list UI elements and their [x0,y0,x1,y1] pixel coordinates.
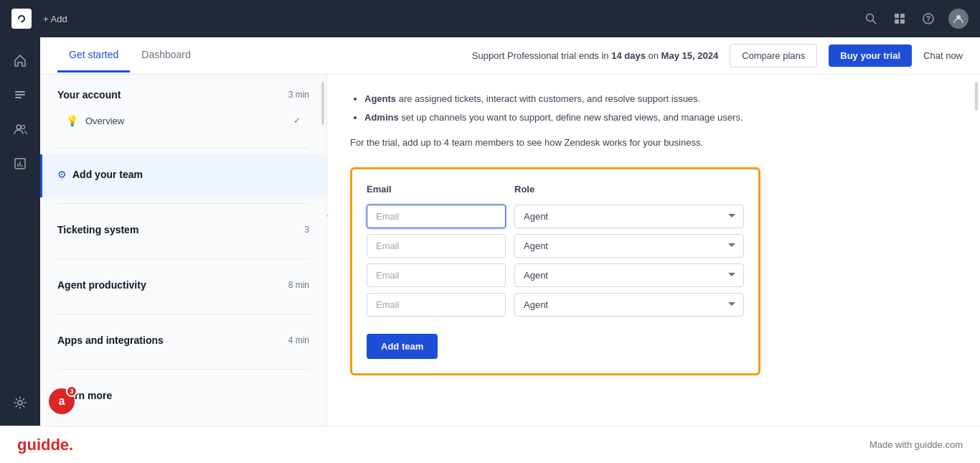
guidde-logo: guidde. [17,436,73,454]
sidebar-item-users[interactable] [6,115,34,144]
add-team-gear-icon: ⚙ [57,169,67,180]
role-label: Role [514,184,744,195]
nav-item-overview[interactable]: 💡 Overview ✓ [57,109,309,132]
guidde-made-text: Made with guidde.com [870,439,963,450]
buy-trial-button[interactable]: Buy your trial [829,45,912,67]
section-title-ticketing: Ticketing system [57,224,138,235]
nav-item-label-overview: Overview [85,116,286,126]
scroll-thumb [321,82,324,125]
chat-now-button[interactable]: Chat now [923,50,963,61]
email-label: Email [367,184,506,195]
nav-divider-2 [57,203,309,204]
email-input-4[interactable] [367,293,506,317]
svg-marker-20 [327,207,329,221]
form-row-2: Agent Admin [367,234,744,258]
add-team-form: Email Role Agent Admin [350,167,760,375]
left-panel: Your account 3 min 💡 Overview ✓ ⚙ [40,75,327,426]
role-select-3[interactable]: Agent Admin [514,263,744,287]
grid-icon[interactable] [891,10,908,27]
nav-section-add-team: ⚙ Add your team [40,154,326,197]
form-header-row: Email Role [367,184,744,199]
svg-rect-11 [15,94,25,95]
sidebar-item-settings[interactable] [6,388,34,417]
section-title-apps: Apps and integrations [57,335,164,346]
email-input-2[interactable] [367,234,506,258]
trial-banner: Get started Dashboard Support Profession… [40,37,980,75]
right-panel: Agents are assigned tickets, interact wi… [327,75,980,426]
nav-section-ticketing: Ticketing system 3 [40,210,326,253]
section-time-agent-productivity: 8 min [288,280,309,290]
form-row-4: Agent Admin [367,293,744,317]
svg-rect-12 [15,97,22,98]
notification-badge: 3 [66,385,77,397]
nav-section-agent-productivity: Agent productivity 8 min [40,265,326,308]
tab-get-started[interactable]: Get started [57,39,130,73]
svg-rect-10 [15,91,25,93]
role-select-1[interactable]: Agent Admin [514,205,744,228]
right-scroll-track[interactable] [974,75,979,426]
content-area: Get started Dashboard Support Profession… [40,37,980,426]
nav-divider-3 [57,258,309,259]
overview-icon: 💡 [66,115,78,126]
bullet-agents: Agents are assigned tickets, interact wi… [364,92,957,106]
sidebar-item-reports[interactable] [6,149,34,178]
add-team-button[interactable]: Add team [367,334,438,359]
bullet-admins: Admins set up channels you want to suppo… [364,111,957,125]
nav-divider-5 [57,369,309,370]
topbar: + Add ? [0,0,980,37]
section-time-your-account: 3 min [288,90,309,100]
sidebar-item-tickets[interactable] [6,80,34,109]
role-select-4[interactable]: Agent Admin [514,293,744,317]
svg-point-13 [17,125,21,129]
section-title-add-team: Add your team [72,169,143,180]
content-bullets: Agents are assigned tickets, interact wi… [350,92,957,124]
svg-rect-3 [895,14,899,18]
svg-rect-6 [900,19,905,24]
trial-tabs: Get started Dashboard [57,39,202,73]
form-container: Email Role Agent Admin [350,167,760,375]
scroll-track[interactable] [321,75,325,426]
nav-divider-1 [57,148,309,149]
svg-line-2 [873,21,877,24]
arrow-annotation [327,174,350,239]
sidebar-item-home[interactable] [6,46,34,75]
user-avatar-area[interactable]: a 3 [49,388,75,414]
svg-rect-0 [16,13,27,24]
guidde-bar: guidde. Made with guidde.com [0,426,980,463]
topbar-icons: ? [862,9,969,29]
svg-point-14 [22,126,25,129]
section-title-agent-productivity: Agent productivity [57,279,146,291]
form-row-1: Agent Admin [367,205,744,228]
add-button[interactable]: + Add [43,14,67,24]
role-select-2[interactable]: Agent Admin [514,234,744,258]
page-content: Your account 3 min 💡 Overview ✓ ⚙ [40,75,980,426]
section-time-ticketing: 3 [304,225,309,235]
nav-section-your-account: Your account 3 min 💡 Overview ✓ [40,75,326,142]
sidebar [0,37,40,426]
svg-rect-4 [900,14,905,18]
svg-text:?: ? [926,14,931,23]
nav-section-apps: Apps and integrations 4 min [40,320,326,363]
nav-divider-4 [57,314,309,314]
search-icon[interactable] [862,10,880,27]
email-input-1[interactable] [367,205,506,228]
section-time-apps: 4 min [288,335,309,345]
app-logo[interactable] [11,9,32,29]
trial-text: Support Professional trial ends in 14 da… [472,50,718,61]
form-row-3: Agent Admin [367,263,744,287]
email-input-3[interactable] [367,263,506,287]
trial-note: For the trial, add up to 4 team members … [350,136,957,150]
main-container: Get started Dashboard Support Profession… [0,37,980,426]
section-title-your-account: Your account [57,89,121,100]
avatar[interactable] [948,9,969,29]
svg-rect-5 [895,19,899,24]
tab-dashboard[interactable]: Dashboard [130,39,202,73]
help-icon[interactable]: ? [920,10,937,27]
svg-point-19 [18,401,22,405]
user-avatar: a 3 [49,388,75,414]
compare-plans-button[interactable]: Compare plans [730,44,817,67]
right-scroll-thumb [975,82,978,111]
nav-section-learn-more: Learn more [40,375,326,418]
overview-check-icon: ✓ [293,116,301,126]
